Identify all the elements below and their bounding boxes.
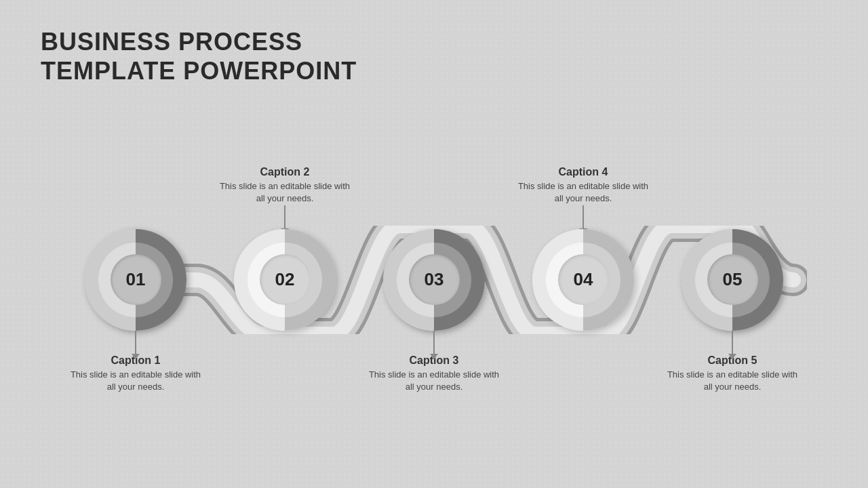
step-1-arrow xyxy=(135,331,136,354)
step-1-bottom: Caption 1 This slide is an editable slid… xyxy=(68,331,203,399)
step-3-bottom: Caption 3 This slide is an editable slid… xyxy=(366,331,502,399)
step-3-number: 03 xyxy=(425,269,444,290)
step-4-caption-title: Caption 4 xyxy=(559,166,608,178)
step-4-circle: 04 xyxy=(532,229,634,331)
step-4-arrow xyxy=(583,205,584,229)
step-5: 05 Caption 5 This slide is an editable s… xyxy=(665,161,800,399)
step-5-caption-text: This slide is an editable slide with all… xyxy=(665,369,800,393)
step-2-caption-text: This slide is an editable slide with all… xyxy=(217,180,353,205)
step-3-circle: 03 xyxy=(383,229,485,331)
slide-title: BUSINESS PROCESS TEMPLATE POWERPOINT xyxy=(41,27,357,85)
step-2-caption-title: Caption 2 xyxy=(260,166,310,178)
process-area: 01 Caption 1 This slide is an editable s… xyxy=(41,92,827,468)
step-1: 01 Caption 1 This slide is an editable s… xyxy=(68,161,203,399)
slide-container: BUSINESS PROCESS TEMPLATE POWERPOINT xyxy=(0,0,868,488)
step-3-arrow xyxy=(433,331,435,354)
step-1-circle: 01 xyxy=(85,229,186,331)
step-2: Caption 2 This slide is an editable slid… xyxy=(217,161,353,399)
step-2-top: Caption 2 This slide is an editable slid… xyxy=(217,161,353,229)
step-2-arrow xyxy=(284,205,285,229)
step-4-top: Caption 4 This slide is an editable slid… xyxy=(515,161,651,229)
step-2-number: 02 xyxy=(275,269,295,290)
step-1-number: 01 xyxy=(126,269,146,290)
step-5-bottom: Caption 5 This slide is an editable slid… xyxy=(665,331,800,399)
step-5-number: 05 xyxy=(723,269,743,290)
step-3-caption-text: This slide is an editable slide with all… xyxy=(366,369,502,393)
step-5-circle: 05 xyxy=(682,229,783,331)
step-3: 03 Caption 3 This slide is an editable s… xyxy=(366,161,502,399)
step-5-arrow xyxy=(732,331,733,354)
step-4-number: 04 xyxy=(574,269,593,290)
step-1-caption-text: This slide is an editable slide with all… xyxy=(68,369,203,393)
steps-container: 01 Caption 1 This slide is an editable s… xyxy=(61,161,807,399)
step-4: Caption 4 This slide is an editable slid… xyxy=(515,161,651,399)
step-2-circle: 02 xyxy=(234,229,336,331)
step-4-caption-text: This slide is an editable slide with all… xyxy=(515,180,651,205)
